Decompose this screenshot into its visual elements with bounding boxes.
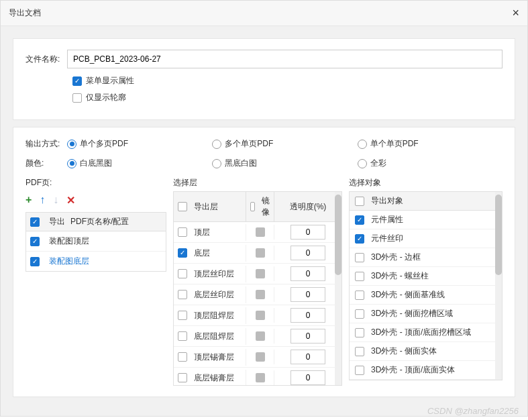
checkbox-pdf-row[interactable] <box>30 237 40 246</box>
opacity-input[interactable] <box>291 350 325 364</box>
layers-scrollbar[interactable] <box>335 192 341 385</box>
layer-row: 顶层 <box>174 222 341 243</box>
checkbox-object[interactable] <box>355 291 364 300</box>
mirror-toggle[interactable] <box>256 331 265 341</box>
object-name: 3D外壳 - 顶面/底面实体 <box>371 364 455 376</box>
arrow-down-icon: ↓ <box>53 194 58 207</box>
filename-input[interactable] <box>67 50 503 68</box>
layer-name: 底层阻焊层 <box>194 331 234 342</box>
layer-name: 顶层锡膏层 <box>194 352 234 363</box>
radio-color-whitebg[interactable]: 白底黑图 <box>67 158 212 169</box>
layer-row: 顶层锡膏层 <box>174 347 341 368</box>
label-show-attr: 菜单显示属性 <box>86 75 134 87</box>
mirror-toggle[interactable] <box>256 248 265 258</box>
checkbox-layer[interactable] <box>178 373 187 382</box>
mirror-toggle[interactable] <box>256 352 265 362</box>
checkbox-layer[interactable] <box>178 331 187 341</box>
opacity-input[interactable] <box>291 225 325 240</box>
mirror-toggle[interactable] <box>256 373 265 382</box>
titlebar: 导出文档 × <box>1 1 527 26</box>
object-row: 3D外壳 - 顶面/底面挖槽区域 <box>350 323 502 342</box>
layer-row: 底层锡膏层 <box>174 368 341 386</box>
layer-name: 底层丝印层 <box>194 289 234 301</box>
checkbox-pdf-row[interactable] <box>30 257 40 266</box>
checkbox-show-attr[interactable] <box>72 76 82 86</box>
object-name: 3D外壳 - 侧面实体 <box>371 346 437 357</box>
radio-output-single-single[interactable]: 单个单页PDF <box>358 138 503 150</box>
radio-output-multi-single[interactable]: 多个单页PDF <box>212 138 357 150</box>
checkbox-layer[interactable] <box>178 352 187 362</box>
object-row: 3D外壳 - 侧面挖槽区域 <box>350 305 502 323</box>
checkbox-pdf-all[interactable] <box>30 217 40 227</box>
opacity-input[interactable] <box>291 287 325 302</box>
object-row: 3D外壳 - 侧面实体 <box>350 342 502 361</box>
file-panel: 文件名称: 菜单显示属性 仅显示轮廓 <box>13 38 515 120</box>
label-outline-only: 仅显示轮廓 <box>86 92 126 103</box>
mirror-toggle[interactable] <box>256 311 265 320</box>
delete-icon[interactable]: ✕ <box>66 194 75 207</box>
layer-row: 底层阻焊层 <box>174 326 341 347</box>
objects-scrollbar[interactable] <box>495 192 502 380</box>
filename-label: 文件名称: <box>25 54 67 65</box>
opacity-input[interactable] <box>291 370 325 385</box>
checkbox-object[interactable] <box>355 215 364 225</box>
radio-color-blackbg[interactable]: 黑底白图 <box>212 158 357 169</box>
object-name: 3D外壳 - 螺丝柱 <box>371 270 429 282</box>
checkbox-outline-only[interactable] <box>72 93 82 103</box>
checkbox-layer[interactable] <box>178 269 187 278</box>
layer-row: 底层 <box>174 243 341 264</box>
pdf-row[interactable]: 装配图顶层 <box>26 231 166 252</box>
checkbox-layer[interactable] <box>178 311 187 320</box>
checkbox-layer[interactable] <box>178 227 187 237</box>
checkbox-object-all[interactable] <box>355 197 364 206</box>
layers-grid: 导出层 镜像 透明度(%) 顶层底层顶层丝印层底层丝印层顶层阻焊层底层阻焊层顶层… <box>173 191 342 386</box>
arrow-up-icon[interactable]: ↑ <box>40 194 45 207</box>
pdf-row[interactable]: 装配图底层 <box>26 252 166 271</box>
pdf-head-name: PDF页名称/配置 <box>70 216 129 227</box>
add-icon[interactable]: + <box>25 194 32 207</box>
pdf-head-export: 导出 <box>49 216 65 227</box>
mirror-toggle[interactable] <box>256 227 265 237</box>
checkbox-mirror-all[interactable] <box>250 202 255 211</box>
object-row: 3D外壳 - 侧面基准线 <box>350 286 502 305</box>
layer-name: 底层 <box>194 248 210 259</box>
object-name: 3D外壳 - 侧面挖槽区域 <box>371 308 453 319</box>
object-name: 3D外壳 - 顶面/底面挖槽区域 <box>371 327 471 338</box>
object-row: 3D外壳 - 顶面/底面实体 <box>350 361 502 380</box>
object-row: 3D外壳 - 螺丝柱 <box>350 267 502 286</box>
checkbox-object[interactable] <box>355 234 364 244</box>
object-name: 元件属性 <box>371 214 403 225</box>
checkbox-object[interactable] <box>355 328 364 337</box>
opacity-input[interactable] <box>291 308 325 323</box>
pdf-pages-label: PDF页: <box>25 177 166 189</box>
radio-output-single-multi[interactable]: 单个多页PDF <box>67 138 212 150</box>
radio-color-full[interactable]: 全彩 <box>358 158 503 169</box>
color-label: 颜色: <box>25 158 67 169</box>
object-row: 元件丝印 <box>350 229 502 248</box>
checkbox-object[interactable] <box>355 309 364 319</box>
layer-row: 顶层阻焊层 <box>174 305 341 326</box>
opacity-input[interactable] <box>291 266 325 281</box>
layer-name: 顶层阻焊层 <box>194 310 234 321</box>
objects-title: 选择对象 <box>349 177 503 189</box>
layer-name: 顶层丝印层 <box>194 268 234 280</box>
object-row: 元件属性 <box>350 211 502 229</box>
mirror-toggle[interactable] <box>256 269 265 278</box>
checkbox-object[interactable] <box>355 272 364 281</box>
close-icon[interactable]: × <box>512 6 519 20</box>
opacity-input[interactable] <box>291 246 325 260</box>
checkbox-object[interactable] <box>355 347 364 356</box>
opacity-input[interactable] <box>291 329 325 344</box>
checkbox-layer[interactable] <box>178 290 187 299</box>
checkbox-layer-all[interactable] <box>178 202 187 211</box>
layers-title: 选择层 <box>173 177 342 189</box>
checkbox-object[interactable] <box>355 253 364 262</box>
mirror-toggle[interactable] <box>256 290 265 299</box>
layer-name: 顶层 <box>194 227 210 238</box>
layer-row: 底层丝印层 <box>174 284 341 305</box>
layer-name: 底层锡膏层 <box>194 372 234 384</box>
object-name: 3D外壳 - 侧面基准线 <box>371 289 445 301</box>
checkbox-object[interactable] <box>355 366 364 375</box>
pdf-pages-table: 导出 PDF页名称/配置 装配图顶层 装配图底层 <box>25 212 166 272</box>
checkbox-layer[interactable] <box>178 248 187 258</box>
